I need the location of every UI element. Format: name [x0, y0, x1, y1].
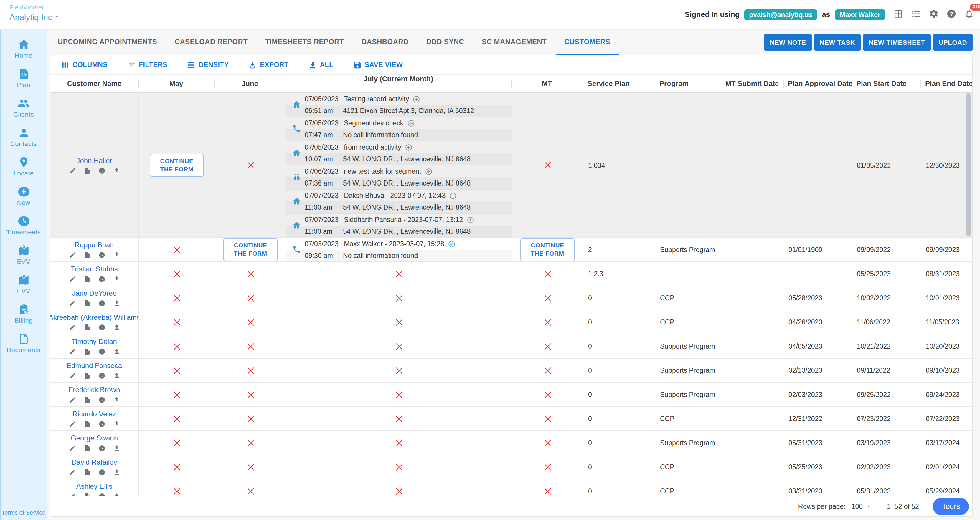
toolbar-export-button[interactable]: EXPORT — [245, 60, 292, 70]
upload-icon[interactable] — [113, 469, 120, 476]
continue-form-button[interactable]: CONTINUE THE FORM — [520, 238, 574, 262]
sidebar-item-plan[interactable]: Plan — [1, 63, 46, 92]
customer-link[interactable]: Frederick Brown — [68, 386, 120, 394]
plus-circle-icon[interactable] — [412, 95, 420, 103]
sidebar-item-contacts[interactable]: Contacts — [1, 122, 46, 151]
tab-customers[interactable]: CUSTOMERS — [555, 29, 619, 55]
rows-per-page-select[interactable]: 100 — [851, 503, 872, 510]
plus-circle-icon[interactable] — [404, 143, 412, 151]
file-icon[interactable] — [83, 167, 91, 174]
customer-link[interactable]: Tristian Stubbs — [71, 265, 118, 273]
customer-link[interactable]: Jane DeYoreo — [72, 289, 116, 297]
upload-icon[interactable] — [113, 252, 120, 258]
upload-icon[interactable] — [113, 276, 120, 283]
org-selector[interactable]: Analytiq Inc — [10, 13, 60, 22]
clock-icon[interactable] — [98, 348, 105, 355]
toolbar-filters-button[interactable]: FILTERS — [124, 60, 171, 70]
edit-icon[interactable] — [68, 348, 76, 355]
edit-icon[interactable] — [68, 276, 76, 283]
sidebar-item-documents[interactable]: Documents — [1, 328, 46, 357]
customer-link[interactable]: Timothy Dolan — [72, 338, 117, 346]
sidebar-item-evv[interactable]: EVV — [1, 269, 46, 298]
file-icon[interactable] — [83, 348, 91, 355]
notifications-button[interactable]: 310 — [964, 8, 974, 21]
customer-link[interactable]: Ashley Ellis — [76, 482, 113, 491]
clock-icon[interactable] — [98, 252, 105, 258]
file-icon[interactable] — [83, 420, 91, 428]
column-header-service-plan[interactable]: Service Plan — [583, 75, 655, 92]
table-view-button[interactable] — [893, 8, 904, 21]
sidebar-item-home[interactable]: Home — [1, 33, 46, 63]
edit-icon[interactable] — [68, 300, 76, 307]
customer-link[interactable]: John Haller — [76, 156, 112, 165]
clock-icon[interactable] — [98, 324, 105, 331]
clock-icon[interactable] — [98, 372, 105, 379]
tab-sc-management[interactable]: SC MANAGEMENT — [473, 29, 555, 55]
customer-link[interactable]: Ricardo Velez — [73, 410, 116, 418]
clock-icon[interactable] — [98, 469, 105, 476]
edit-icon[interactable] — [68, 167, 76, 174]
clock-icon[interactable] — [98, 300, 105, 307]
customer-link[interactable]: Ruppa Bhatt — [75, 241, 114, 249]
check-circle-icon[interactable] — [448, 240, 455, 247]
upload-icon[interactable] — [113, 167, 120, 174]
toolbar-columns-button[interactable]: COLUMNS — [57, 60, 111, 70]
file-icon[interactable] — [83, 469, 91, 476]
toolbar-all-button[interactable]: ALL — [305, 60, 337, 70]
column-header-mt-submit-date[interactable]: MT Submit Date — [721, 75, 783, 92]
scrollbar-thumb[interactable] — [966, 93, 970, 236]
clock-icon[interactable] — [98, 167, 105, 174]
new-timesheet-button[interactable]: NEW TIMESHEET — [863, 34, 931, 50]
clock-icon[interactable] — [98, 396, 105, 403]
file-icon[interactable] — [83, 300, 91, 307]
tab-caseload-report[interactable]: CASELOAD REPORT — [166, 29, 256, 55]
upload-icon[interactable] — [113, 348, 120, 355]
column-header-plan-start-date[interactable]: Plan Start Date — [851, 75, 921, 92]
column-header-june[interactable]: June — [214, 75, 286, 92]
customer-link[interactable]: George Swann — [71, 434, 118, 442]
sidebar-item-evv[interactable]: EVV — [1, 240, 46, 269]
tab-dashboard[interactable]: DASHBOARD — [353, 29, 417, 55]
customer-link[interactable]: Akreebah (Akreeba) Williams — [50, 313, 139, 322]
terms-of-service-link[interactable]: Terms of Service — [1, 509, 46, 516]
edit-icon[interactable] — [68, 324, 76, 331]
upload-icon[interactable] — [113, 396, 120, 403]
toolbar-density-button[interactable]: DENSITY — [183, 60, 232, 70]
edit-icon[interactable] — [68, 252, 76, 258]
toolbar-save-view-button[interactable]: SAVE VIEW — [349, 60, 406, 70]
upload-icon[interactable] — [113, 445, 120, 452]
sidebar-item-billing[interactable]: $Billing — [1, 298, 46, 328]
tours-button[interactable]: Tours — [933, 498, 969, 515]
column-header-program[interactable]: Program — [655, 75, 721, 92]
new-note-button[interactable]: NEW NOTE — [764, 34, 812, 50]
upload-icon[interactable] — [113, 420, 120, 428]
edit-icon[interactable] — [68, 469, 76, 476]
upload-icon[interactable] — [113, 300, 120, 307]
clock-icon[interactable] — [98, 445, 105, 452]
upload-icon[interactable] — [113, 324, 120, 331]
upload-button[interactable]: UPLOAD — [933, 34, 973, 50]
clock-icon[interactable] — [98, 276, 105, 283]
customer-link[interactable]: David Rafailov — [72, 458, 117, 466]
file-icon[interactable] — [83, 276, 91, 283]
column-header-mt[interactable]: MT — [511, 75, 583, 92]
sidebar-item-clients[interactable]: Clients — [1, 92, 46, 122]
continue-form-button[interactable]: CONTINUE THE FORM — [223, 238, 278, 262]
file-icon[interactable] — [83, 252, 91, 258]
continue-form-button[interactable]: CONTINUE THE FORM — [150, 154, 204, 177]
plus-circle-icon[interactable] — [425, 168, 432, 175]
sidebar-item-timesheets[interactable]: Timesheets — [1, 210, 46, 240]
customer-link[interactable]: Edmund Fonseca — [67, 361, 122, 370]
tab-upcoming-appointments[interactable]: UPCOMING APPOINTMENTS — [49, 29, 166, 55]
column-header-may[interactable]: May — [138, 75, 214, 92]
edit-icon[interactable] — [68, 420, 76, 428]
column-header-customer-name[interactable]: Customer Name — [50, 73, 138, 95]
new-task-button[interactable]: NEW TASK — [814, 34, 861, 50]
upload-icon[interactable] — [113, 372, 120, 379]
plus-circle-icon[interactable] — [407, 119, 415, 127]
edit-icon[interactable] — [68, 372, 76, 379]
sidebar-item-new[interactable]: New — [1, 181, 46, 210]
file-icon[interactable] — [83, 396, 91, 403]
plus-circle-icon[interactable] — [449, 192, 457, 199]
list-view-button[interactable] — [911, 8, 921, 21]
